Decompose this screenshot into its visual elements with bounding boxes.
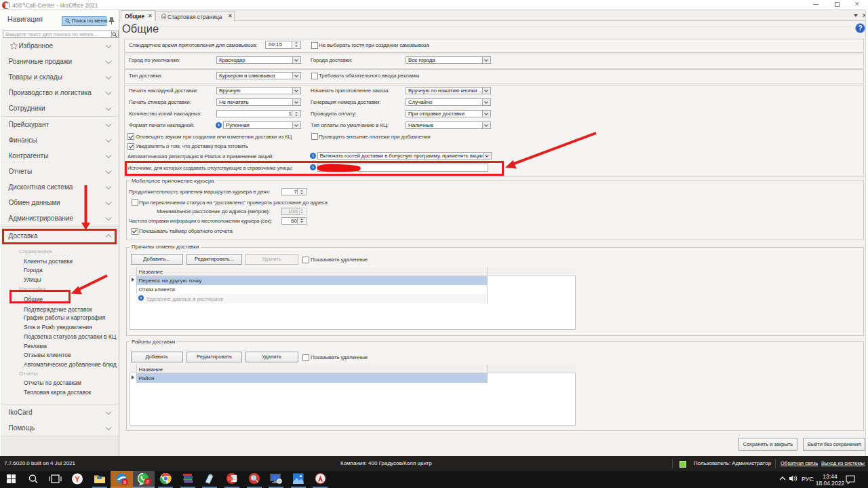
svg-text:13:44: 13:44 bbox=[823, 473, 837, 480]
svg-text:Y: Y bbox=[75, 475, 80, 483]
svg-text:РУС: РУС bbox=[802, 476, 814, 483]
svg-text:2: 2 bbox=[146, 478, 149, 485]
svg-text:18.04.2022: 18.04.2022 bbox=[816, 480, 845, 487]
svg-text:9: 9 bbox=[123, 480, 126, 485]
